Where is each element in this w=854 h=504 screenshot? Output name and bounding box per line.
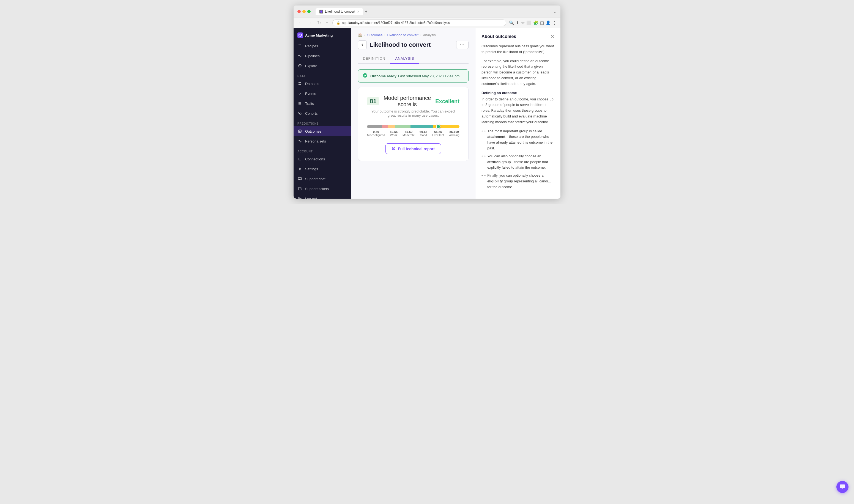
sidebar-item-label: Traits — [305, 102, 314, 106]
sidebar-item-cohorts[interactable]: Cohorts — [294, 108, 351, 118]
score-headline: 81 Model performance score is Excellent — [367, 95, 459, 108]
share-icon[interactable]: ⬆ — [516, 20, 520, 25]
panel-bullets: • The most important group is called att… — [481, 128, 555, 190]
back-button[interactable] — [358, 40, 367, 49]
sidebar-item-explore[interactable]: Explore — [294, 61, 351, 71]
sidebar-item-pipelines[interactable]: Pipelines — [294, 51, 351, 61]
traits-icon — [297, 101, 302, 106]
browser-dots — [297, 10, 311, 13]
full-technical-report-button[interactable]: Full technical report — [385, 143, 441, 154]
breadcrumb-analysis: Analysis — [423, 33, 436, 37]
breadcrumb-current[interactable]: Likelihood to convert — [387, 33, 418, 37]
sidebar-item-persona-sets[interactable]: Persona sets — [294, 136, 351, 146]
breadcrumb-outcomes[interactable]: Outcomes — [367, 33, 382, 37]
full-report-label: Full technical report — [398, 147, 435, 151]
sidebar-item-datasets[interactable]: Datasets — [294, 79, 351, 89]
panel-close-button[interactable]: ✕ — [550, 34, 555, 40]
data-section-label: DATA — [294, 71, 351, 79]
bullet-text-1: You can also optionally choose an attrit… — [487, 154, 555, 170]
bullet-text-2: Finally, you can optionally choose an el… — [487, 173, 555, 190]
sidebar-item-label: Events — [305, 92, 316, 96]
svg-rect-20 — [298, 177, 302, 180]
events-icon — [297, 91, 302, 96]
bullet-bold-1: attrition — [487, 160, 501, 164]
menu-icon[interactable]: ⋮ — [552, 20, 557, 25]
home-button[interactable]: ⌂ — [325, 20, 330, 26]
close-dot[interactable] — [297, 10, 301, 13]
sidebar-item-label: Outcomes — [305, 129, 321, 133]
bullet-dot-0: • — [485, 128, 486, 151]
panel-section-title: Defining an outcome — [481, 91, 555, 95]
minimize-dot[interactable] — [302, 10, 306, 13]
score-bar-container: 0-50 Misconfigured 50-55 Weak 55-60 Mode… — [367, 125, 459, 137]
bullet-before-1: You can also optionally choose an — [487, 154, 541, 158]
sidebar-item-events[interactable]: Events — [294, 89, 351, 98]
page-header: Likelihood to convert ··· — [358, 40, 469, 49]
sidebar-item-recipes[interactable]: Recipes — [294, 41, 351, 51]
tab-close-button[interactable]: ✕ — [357, 10, 359, 14]
tab-favicon — [320, 10, 323, 14]
bar-label-text-3: Good — [420, 133, 427, 137]
tab-analysis[interactable]: ANALYSIS — [390, 54, 419, 64]
svg-rect-4 — [298, 82, 299, 83]
bar-range-5: 85-100 — [449, 130, 459, 133]
datasets-icon — [297, 81, 302, 86]
sidebar-item-connections[interactable]: Connections — [294, 154, 351, 164]
score-bar-labels: 0-50 Misconfigured 50-55 Weak 55-60 Mode… — [367, 130, 459, 137]
bar-range-1: 50-55 — [390, 130, 398, 133]
status-check-icon — [363, 73, 367, 79]
home-icon[interactable]: 🏠 — [358, 33, 362, 37]
new-tab-button[interactable]: + — [365, 9, 367, 14]
more-options-button[interactable]: ··· — [456, 41, 469, 49]
extensions-icon[interactable]: 🧩 — [533, 20, 539, 25]
forward-button[interactable]: → — [307, 20, 313, 26]
browser-addressbar: ← → ↻ ⌂ 🔒 app.faraday.ai/outcomes/180bef… — [294, 18, 560, 28]
status-banner: Outcome ready. Last refreshed May 28, 20… — [358, 69, 469, 83]
explore-icon — [297, 63, 302, 68]
maximize-dot[interactable] — [307, 10, 311, 13]
window-expand-icon: ⌄ — [553, 10, 557, 14]
sidebar-item-label: Explore — [305, 64, 317, 68]
bar-label-text-1: Weak — [390, 133, 398, 137]
back-button[interactable]: ← — [297, 20, 304, 26]
outcomes-icon — [297, 129, 302, 134]
sidebar-item-outcomes[interactable]: Outcomes — [294, 126, 351, 136]
sidebar-item-label: Support chat — [305, 177, 326, 181]
bookmark-icon[interactable]: ☆ — [521, 20, 525, 25]
sidebar-item-support-tickets[interactable]: Support tickets — [294, 184, 351, 194]
panel-title: About outcomes — [481, 34, 516, 39]
score-number: 81 — [367, 97, 379, 105]
svg-point-16 — [299, 140, 300, 141]
search-icon[interactable]: 🔍 — [509, 20, 514, 25]
settings-icon — [297, 166, 302, 172]
tab-definition[interactable]: DEFINITION — [358, 54, 390, 64]
sidebar-item-settings[interactable]: Settings — [294, 164, 351, 174]
sidebar-toggle-icon[interactable]: ◱ — [540, 20, 544, 25]
bar-label-text-4: Excellent — [432, 133, 444, 137]
sidebar-item-traits[interactable]: Traits — [294, 98, 351, 108]
sidebar-item-label: Connections — [305, 157, 325, 161]
panel-para-1: Outcomes represent business goals you wa… — [481, 43, 555, 55]
svg-point-18 — [299, 159, 301, 160]
sidebar-item-logout[interactable]: Log out — [294, 194, 351, 199]
sidebar-item-support-chat[interactable]: Support chat — [294, 174, 351, 184]
tab-bar: Likelihood to convert ✕ + — [315, 8, 551, 15]
reload-button[interactable]: ↻ — [316, 20, 322, 26]
logout-icon — [297, 196, 302, 199]
sidebar: Acme Marketing Recipes Pipelines Explore — [294, 28, 351, 199]
bar-label-text-2: Moderate — [402, 133, 415, 137]
panel-bullet-2: • Finally, you can optionally choose an … — [481, 173, 555, 190]
breadcrumb: 🏠 › Outcomes › Likelihood to convert › A… — [358, 33, 469, 37]
page-title: Likelihood to convert — [369, 41, 431, 49]
address-bar[interactable]: 🔒 app.faraday.ai/outcomes/180bef27-c9fa-… — [332, 20, 506, 26]
bar-label-4: 65-85 Excellent — [432, 130, 444, 137]
screenshot-icon[interactable]: ⬜ — [526, 20, 531, 25]
svg-point-0 — [320, 11, 323, 13]
profile-icon[interactable]: 👤 — [546, 20, 551, 25]
browser-actions: 🔍 ⬆ ☆ ⬜ 🧩 ◱ 👤 ⋮ — [509, 20, 557, 25]
bullet-before-2: Finally, you can optionally choose an — [487, 173, 546, 177]
persona-sets-icon — [297, 139, 302, 144]
bar-label-5: 85-100 Warning — [449, 130, 459, 137]
sidebar-item-label: Persona sets — [305, 139, 326, 143]
active-tab[interactable]: Likelihood to convert ✕ — [315, 8, 363, 15]
